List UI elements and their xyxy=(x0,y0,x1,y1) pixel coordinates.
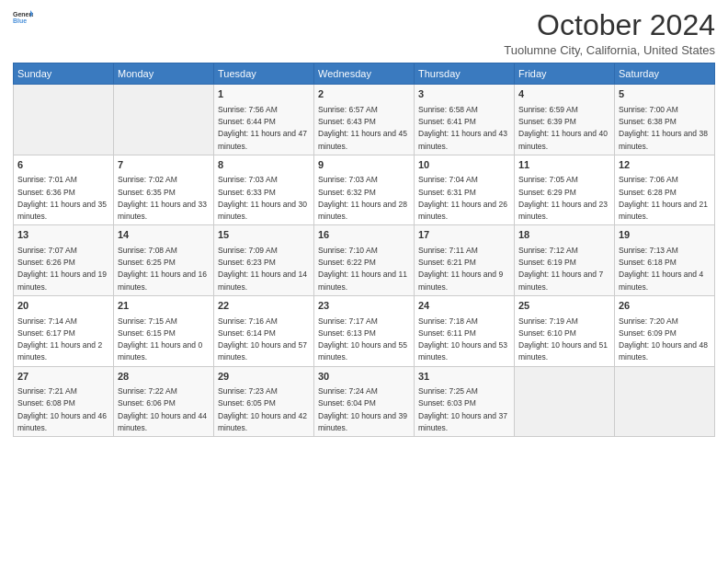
calendar-table: Sunday Monday Tuesday Wednesday Thursday… xyxy=(13,63,715,437)
day-number: 27 xyxy=(17,370,109,384)
location-title: Tuolumne City, California, United States xyxy=(504,43,715,57)
table-row: 22Sunrise: 7:16 AMSunset: 6:14 PMDayligh… xyxy=(214,296,314,367)
day-number: 7 xyxy=(118,158,210,172)
table-row: 21Sunrise: 7:15 AMSunset: 6:15 PMDayligh… xyxy=(114,296,214,367)
svg-text:General: General xyxy=(13,11,33,17)
day-info: Sunrise: 7:13 AMSunset: 6:18 PMDaylight:… xyxy=(619,246,703,292)
table-row xyxy=(114,85,214,155)
table-row: 7Sunrise: 7:02 AMSunset: 6:35 PMDaylight… xyxy=(114,155,214,225)
day-info: Sunrise: 7:01 AMSunset: 6:36 PMDaylight:… xyxy=(17,175,107,221)
title-block: October 2024 Tuolumne City, California, … xyxy=(504,9,715,57)
day-number: 15 xyxy=(218,228,310,242)
day-info: Sunrise: 7:17 AMSunset: 6:13 PMDaylight:… xyxy=(318,316,407,362)
table-row xyxy=(515,366,615,437)
day-number: 21 xyxy=(118,299,210,313)
day-info: Sunrise: 7:25 AMSunset: 6:03 PMDaylight:… xyxy=(418,386,507,432)
day-number: 26 xyxy=(619,299,711,313)
table-row: 8Sunrise: 7:03 AMSunset: 6:33 PMDaylight… xyxy=(214,155,314,225)
day-info: Sunrise: 6:58 AMSunset: 6:41 PMDaylight:… xyxy=(418,105,507,151)
header: General Blue October 2024 Tuolumne City,… xyxy=(13,9,715,57)
day-info: Sunrise: 6:57 AMSunset: 6:43 PMDaylight:… xyxy=(318,105,407,151)
day-info: Sunrise: 7:22 AMSunset: 6:06 PMDaylight:… xyxy=(118,386,207,432)
day-number: 18 xyxy=(518,228,610,242)
day-info: Sunrise: 7:21 AMSunset: 6:08 PMDaylight:… xyxy=(17,386,107,432)
day-number: 13 xyxy=(17,228,109,242)
day-info: Sunrise: 7:06 AMSunset: 6:28 PMDaylight:… xyxy=(619,175,708,221)
day-info: Sunrise: 7:04 AMSunset: 6:31 PMDaylight:… xyxy=(418,175,507,221)
day-info: Sunrise: 7:03 AMSunset: 6:32 PMDaylight:… xyxy=(318,175,407,221)
table-row: 30Sunrise: 7:24 AMSunset: 6:04 PMDayligh… xyxy=(314,366,415,437)
table-row: 14Sunrise: 7:08 AMSunset: 6:25 PMDayligh… xyxy=(114,225,214,296)
header-sunday: Sunday xyxy=(14,63,114,85)
table-row: 29Sunrise: 7:23 AMSunset: 6:05 PMDayligh… xyxy=(214,366,314,437)
day-number: 17 xyxy=(418,228,510,242)
table-row: 15Sunrise: 7:09 AMSunset: 6:23 PMDayligh… xyxy=(214,225,314,296)
table-row xyxy=(615,366,715,437)
table-row xyxy=(14,85,114,155)
table-row: 13Sunrise: 7:07 AMSunset: 6:26 PMDayligh… xyxy=(14,225,114,296)
day-number: 30 xyxy=(318,370,410,384)
table-row: 20Sunrise: 7:14 AMSunset: 6:17 PMDayligh… xyxy=(14,296,114,367)
day-info: Sunrise: 7:00 AMSunset: 6:38 PMDaylight:… xyxy=(619,105,708,151)
day-number: 10 xyxy=(418,158,510,172)
day-number: 28 xyxy=(118,370,210,384)
day-number: 22 xyxy=(218,299,310,313)
table-row: 18Sunrise: 7:12 AMSunset: 6:19 PMDayligh… xyxy=(515,225,615,296)
day-info: Sunrise: 7:12 AMSunset: 6:19 PMDaylight:… xyxy=(518,246,603,292)
day-number: 3 xyxy=(418,87,510,101)
day-info: Sunrise: 7:10 AMSunset: 6:22 PMDaylight:… xyxy=(318,246,407,292)
day-info: Sunrise: 7:11 AMSunset: 6:21 PMDaylight:… xyxy=(418,246,503,292)
day-info: Sunrise: 7:19 AMSunset: 6:10 PMDaylight:… xyxy=(518,316,608,362)
table-row: 11Sunrise: 7:05 AMSunset: 6:29 PMDayligh… xyxy=(515,155,615,225)
day-info: Sunrise: 7:20 AMSunset: 6:09 PMDaylight:… xyxy=(619,316,708,362)
day-number: 23 xyxy=(318,299,410,313)
header-wednesday: Wednesday xyxy=(314,63,415,85)
table-row: 1Sunrise: 7:56 AMSunset: 6:44 PMDaylight… xyxy=(214,85,314,155)
day-info: Sunrise: 6:59 AMSunset: 6:39 PMDaylight:… xyxy=(518,105,608,151)
day-info: Sunrise: 7:16 AMSunset: 6:14 PMDaylight:… xyxy=(218,316,307,362)
day-number: 31 xyxy=(418,370,510,384)
day-info: Sunrise: 7:18 AMSunset: 6:11 PMDaylight:… xyxy=(418,316,507,362)
day-info: Sunrise: 7:09 AMSunset: 6:23 PMDaylight:… xyxy=(218,246,307,292)
logo: General Blue xyxy=(13,9,33,26)
day-number: 8 xyxy=(218,158,310,172)
month-title: October 2024 xyxy=(504,9,715,41)
table-row: 9Sunrise: 7:03 AMSunset: 6:32 PMDaylight… xyxy=(314,155,415,225)
header-thursday: Thursday xyxy=(415,63,515,85)
table-row: 12Sunrise: 7:06 AMSunset: 6:28 PMDayligh… xyxy=(615,155,715,225)
day-info: Sunrise: 7:23 AMSunset: 6:05 PMDaylight:… xyxy=(218,386,307,432)
svg-text:Blue: Blue xyxy=(13,17,27,24)
day-info: Sunrise: 7:05 AMSunset: 6:29 PMDaylight:… xyxy=(518,175,608,221)
day-info: Sunrise: 7:56 AMSunset: 6:44 PMDaylight:… xyxy=(218,105,307,151)
table-row: 10Sunrise: 7:04 AMSunset: 6:31 PMDayligh… xyxy=(415,155,515,225)
day-number: 1 xyxy=(218,87,310,101)
day-info: Sunrise: 7:15 AMSunset: 6:15 PMDaylight:… xyxy=(118,316,202,362)
day-number: 12 xyxy=(619,158,711,172)
page: General Blue October 2024 Tuolumne City,… xyxy=(0,0,728,563)
logo-icon: General Blue xyxy=(13,9,33,26)
day-info: Sunrise: 7:08 AMSunset: 6:25 PMDaylight:… xyxy=(118,246,207,292)
header-saturday: Saturday xyxy=(615,63,715,85)
day-info: Sunrise: 7:14 AMSunset: 6:17 PMDaylight:… xyxy=(17,316,102,362)
header-tuesday: Tuesday xyxy=(214,63,314,85)
table-row: 4Sunrise: 6:59 AMSunset: 6:39 PMDaylight… xyxy=(515,85,615,155)
table-row: 6Sunrise: 7:01 AMSunset: 6:36 PMDaylight… xyxy=(14,155,114,225)
table-row: 24Sunrise: 7:18 AMSunset: 6:11 PMDayligh… xyxy=(415,296,515,367)
day-number: 11 xyxy=(518,158,610,172)
day-number: 20 xyxy=(17,299,109,313)
day-number: 6 xyxy=(17,158,109,172)
table-row: 26Sunrise: 7:20 AMSunset: 6:09 PMDayligh… xyxy=(615,296,715,367)
day-info: Sunrise: 7:02 AMSunset: 6:35 PMDaylight:… xyxy=(118,175,207,221)
table-row: 31Sunrise: 7:25 AMSunset: 6:03 PMDayligh… xyxy=(415,366,515,437)
header-monday: Monday xyxy=(114,63,214,85)
day-info: Sunrise: 7:24 AMSunset: 6:04 PMDaylight:… xyxy=(318,386,407,432)
day-number: 24 xyxy=(418,299,510,313)
table-row: 23Sunrise: 7:17 AMSunset: 6:13 PMDayligh… xyxy=(314,296,415,367)
day-info: Sunrise: 7:03 AMSunset: 6:33 PMDaylight:… xyxy=(218,175,307,221)
day-number: 19 xyxy=(619,228,711,242)
day-number: 16 xyxy=(318,228,410,242)
table-row: 28Sunrise: 7:22 AMSunset: 6:06 PMDayligh… xyxy=(114,366,214,437)
table-row: 2Sunrise: 6:57 AMSunset: 6:43 PMDaylight… xyxy=(314,85,415,155)
day-number: 25 xyxy=(518,299,610,313)
table-row: 25Sunrise: 7:19 AMSunset: 6:10 PMDayligh… xyxy=(515,296,615,367)
